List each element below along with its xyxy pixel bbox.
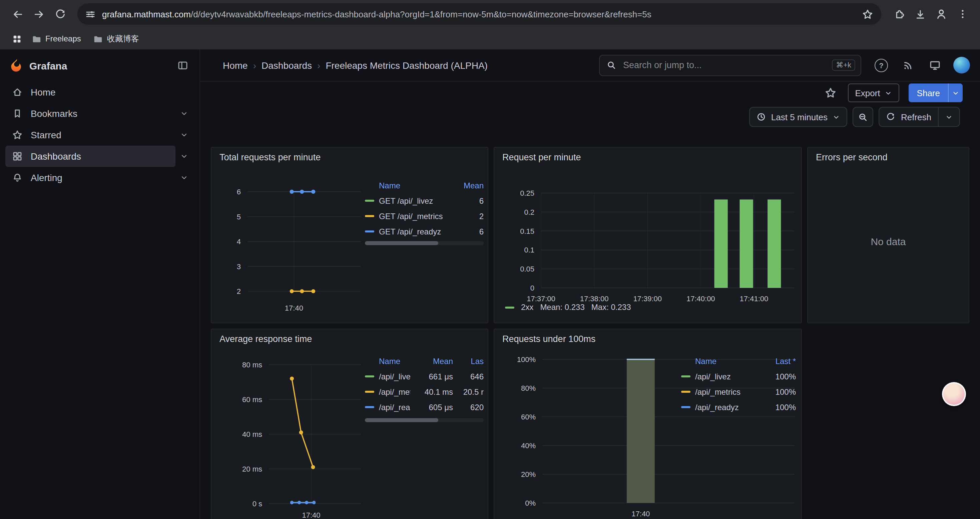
panel-title[interactable]: Errors per second bbox=[816, 152, 888, 162]
export-button[interactable]: Export bbox=[848, 83, 899, 102]
legend-col-name[interactable]: Name bbox=[379, 357, 410, 366]
requests-per-minute-chart: 0.250.20.150.10.05017:37:0017:38:0017:39… bbox=[494, 148, 803, 324]
series-name[interactable]: /api/_metrics bbox=[379, 387, 410, 396]
series-swatch bbox=[505, 306, 514, 308]
assistant-avatar[interactable] bbox=[942, 382, 966, 406]
series-name[interactable]: 2xx bbox=[521, 303, 533, 312]
expand-alerting-button[interactable] bbox=[175, 169, 193, 186]
bookmark-star-icon[interactable] bbox=[862, 8, 873, 20]
display-button[interactable] bbox=[927, 57, 943, 73]
zoom-out-icon bbox=[858, 112, 868, 122]
legend-header: NameMeanLas bbox=[365, 354, 484, 369]
chevron-down-icon bbox=[952, 89, 959, 96]
search-input[interactable] bbox=[622, 59, 832, 71]
site-info-icon[interactable] bbox=[85, 9, 95, 19]
series-name[interactable]: GET /api/_metrics bbox=[379, 211, 457, 221]
share-split-button: Share bbox=[909, 83, 963, 102]
refresh-icon[interactable] bbox=[886, 112, 896, 121]
zoom-out-button[interactable] bbox=[853, 107, 873, 127]
series-swatch bbox=[681, 375, 690, 377]
series-value: 6 bbox=[457, 227, 484, 236]
series-name[interactable]: GET /api/_livez bbox=[379, 196, 457, 205]
svg-text:5: 5 bbox=[237, 213, 241, 221]
reload-button[interactable] bbox=[49, 3, 71, 25]
series-name[interactable]: /api/_livez bbox=[695, 372, 759, 381]
expand-bookmarks-button[interactable] bbox=[175, 105, 193, 122]
legend-scrollbar[interactable] bbox=[365, 418, 484, 422]
series-name[interactable]: /api/_readyz bbox=[379, 402, 410, 412]
chevron-down-icon bbox=[885, 89, 892, 96]
sidebar-item-alerting: Alerting bbox=[0, 167, 199, 188]
legend-scrollbar[interactable] bbox=[365, 241, 484, 245]
browser-menu-button[interactable] bbox=[952, 3, 973, 25]
svg-text:60 ms: 60 ms bbox=[242, 395, 262, 404]
back-icon bbox=[12, 8, 23, 20]
series-value: 646 bbox=[453, 372, 484, 381]
breadcrumb-home[interactable]: Home bbox=[223, 60, 248, 70]
profile-button[interactable] bbox=[931, 3, 952, 25]
grafana-logo bbox=[8, 58, 23, 73]
series-value: 20.5 r bbox=[453, 387, 484, 396]
dock-menu-button[interactable] bbox=[174, 57, 191, 74]
sidebar-link-home[interactable]: Home bbox=[5, 81, 193, 103]
back-button[interactable] bbox=[7, 3, 28, 25]
svg-text:0 s: 0 s bbox=[253, 500, 262, 508]
legend-col[interactable]: Last * bbox=[759, 357, 796, 366]
chevron-down-icon[interactable] bbox=[945, 113, 953, 121]
time-range-picker[interactable]: Last 5 minutes bbox=[749, 107, 848, 127]
downloads-button[interactable] bbox=[909, 3, 931, 25]
help-button[interactable]: ? bbox=[873, 57, 889, 73]
url-bar[interactable]: grafana.mathmast.com/d/deytv4rwavabkb/fr… bbox=[77, 3, 881, 25]
sidebar-link-starred[interactable]: Starred bbox=[5, 124, 175, 145]
legend-col-name[interactable]: Name bbox=[695, 357, 759, 366]
sidebar-link-bookmarks[interactable]: Bookmarks bbox=[5, 103, 175, 124]
series-swatch bbox=[365, 391, 374, 393]
series-name[interactable]: /api/_metrics bbox=[695, 387, 759, 396]
help-icon: ? bbox=[875, 58, 888, 72]
export-label: Export bbox=[855, 88, 880, 98]
share-button[interactable]: Share bbox=[909, 83, 948, 102]
monitor-icon bbox=[929, 59, 940, 71]
sidebar-link-dashboards[interactable]: Dashboards bbox=[5, 145, 175, 167]
expand-starred-button[interactable] bbox=[175, 126, 193, 144]
sidebar-item-label: Starred bbox=[31, 129, 61, 140]
series-name[interactable]: /api/_livez bbox=[379, 372, 410, 381]
sidebar-item-label: Home bbox=[31, 87, 56, 97]
series-swatch bbox=[365, 375, 374, 377]
bookmark-label: Freeleaps bbox=[45, 34, 81, 43]
refresh-label[interactable]: Refresh bbox=[901, 112, 931, 122]
bookmark-folder-blogs[interactable]: 收藏博客 bbox=[87, 31, 145, 47]
legend-col[interactable]: Mean bbox=[410, 357, 453, 366]
svg-text:6: 6 bbox=[237, 188, 241, 196]
legend-col[interactable]: Mean bbox=[457, 181, 484, 190]
time-range-label: Last 5 minutes bbox=[771, 112, 827, 122]
folder-icon bbox=[31, 34, 41, 44]
expand-dashboards-button[interactable] bbox=[175, 148, 193, 165]
share-menu-button[interactable] bbox=[948, 83, 963, 102]
person-icon bbox=[935, 8, 947, 20]
favorite-dashboard-button[interactable] bbox=[822, 85, 838, 101]
legend-col-name[interactable]: Name bbox=[379, 181, 457, 190]
series-value: 100% bbox=[759, 402, 796, 412]
svg-text:40%: 40% bbox=[521, 442, 536, 450]
breadcrumb-dashboards[interactable]: Dashboards bbox=[261, 60, 312, 70]
series-name[interactable]: /api/_readyz bbox=[695, 402, 759, 412]
svg-text:17:40: 17:40 bbox=[632, 509, 650, 518]
sidebar-link-alerting[interactable]: Alerting bbox=[5, 167, 175, 188]
forward-button[interactable] bbox=[28, 3, 49, 25]
legend-col[interactable]: Las bbox=[453, 357, 484, 366]
apps-shortcut[interactable] bbox=[8, 30, 25, 48]
forward-icon bbox=[33, 8, 45, 20]
user-avatar[interactable] bbox=[953, 57, 970, 73]
star-icon bbox=[12, 129, 23, 140]
search-box[interactable]: ⌘+k bbox=[599, 54, 861, 76]
series-max: Max: 0.233 bbox=[592, 303, 631, 312]
news-button[interactable] bbox=[900, 57, 916, 73]
series-name[interactable]: GET /api/_readyz bbox=[379, 227, 457, 236]
bookmark-folder-freeleaps[interactable]: Freeleaps bbox=[25, 31, 87, 47]
dock-panel-icon bbox=[177, 60, 188, 71]
series-value: 100% bbox=[759, 387, 796, 396]
brand-row: Grafana bbox=[0, 50, 199, 81]
extensions-button[interactable] bbox=[888, 3, 909, 25]
screen: grafana.mathmast.com/d/deytv4rwavabkb/fr… bbox=[0, 0, 980, 519]
